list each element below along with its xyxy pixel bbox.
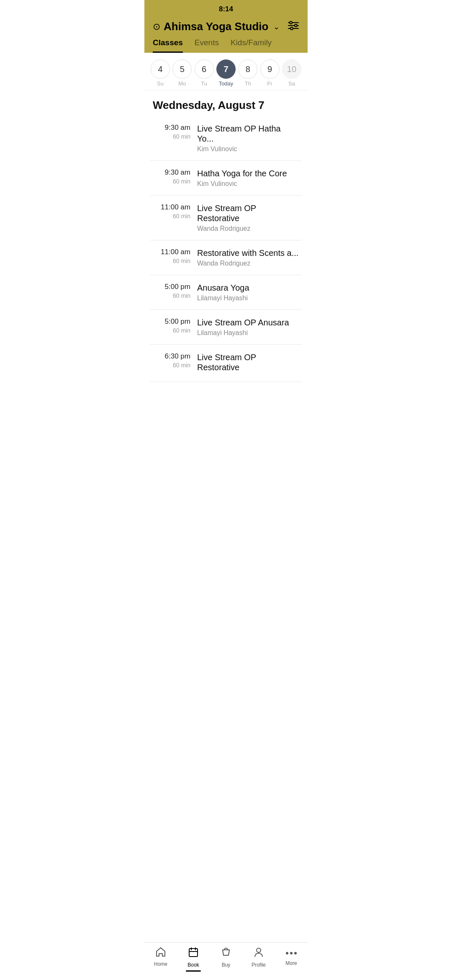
date-label-sun: Su	[157, 80, 164, 87]
date-picker: 4 Su 5 Mo 6 Tu 7 Today 8 Th 9 Fr 10 Sa	[144, 53, 308, 90]
date-item-mon[interactable]: 5 Mo	[172, 59, 192, 87]
date-number-8: 8	[238, 59, 257, 79]
class-info: Hatha Yoga for the Core Kim Vulinovic	[197, 168, 299, 188]
status-bar: 8:14	[144, 0, 308, 17]
date-item-today[interactable]: 7 Today	[216, 59, 236, 87]
date-label-today: Today	[219, 80, 234, 87]
class-time: 11:00 am 60 min	[153, 248, 190, 264]
date-number-4: 4	[151, 59, 170, 79]
tab-events[interactable]: Events	[195, 38, 219, 53]
location-icon: ⊙	[153, 21, 160, 32]
header-left[interactable]: ⊙ Ahimsa Yoga Studio ⌄	[153, 20, 280, 33]
class-info: Anusara Yoga Lilamayi Hayashi	[197, 283, 299, 302]
class-item[interactable]: 5:00 pm 60 min Live Stream OP Anusara Li…	[150, 310, 302, 345]
class-list: 9:30 am 60 min Live Stream OP Hatha Yo..…	[144, 116, 308, 382]
tab-classes[interactable]: Classes	[153, 38, 183, 53]
section-date: Wednesday, August 7	[144, 90, 308, 116]
class-time: 5:00 pm 60 min	[153, 283, 190, 299]
date-item-sat[interactable]: 10 Sa	[282, 59, 302, 87]
date-number-5: 5	[172, 59, 192, 79]
main-content: 4 Su 5 Mo 6 Tu 7 Today 8 Th 9 Fr 10 Sa W…	[144, 53, 308, 415]
class-info: Live Stream OP Anusara Lilamayi Hayashi	[197, 317, 299, 337]
class-time: 5:00 pm 60 min	[153, 317, 190, 334]
status-time: 8:14	[219, 5, 233, 13]
class-info: Live Stream OP Hatha Yo... Kim Vulinovic	[197, 124, 299, 153]
class-item[interactable]: 9:30 am 60 min Hatha Yoga for the Core K…	[150, 161, 302, 196]
class-info: Live Stream OP Restorative	[197, 352, 299, 374]
filter-icon[interactable]	[288, 21, 299, 33]
date-label-mon: Mo	[178, 80, 186, 87]
date-label-thu: Th	[245, 80, 251, 87]
class-item[interactable]: 11:00 am 60 min Live Stream OP Restorati…	[150, 196, 302, 240]
header: ⊙ Ahimsa Yoga Studio ⌄	[144, 17, 308, 33]
nav-tabs: Classes Events Kids/Family	[144, 33, 308, 53]
date-item-sun[interactable]: 4 Su	[150, 59, 170, 87]
svg-point-5	[290, 27, 293, 30]
class-time: 11:00 am 60 min	[153, 203, 190, 219]
date-number-10: 10	[282, 59, 301, 79]
date-item-thu[interactable]: 8 Th	[238, 59, 258, 87]
class-time: 6:30 pm 60 min	[153, 352, 190, 369]
class-time: 9:30 am 60 min	[153, 168, 190, 185]
svg-point-3	[290, 21, 292, 24]
date-number-7: 7	[216, 59, 236, 79]
svg-point-4	[295, 24, 297, 27]
class-item[interactable]: 5:00 pm 60 min Anusara Yoga Lilamayi Hay…	[150, 275, 302, 310]
class-item[interactable]: 9:30 am 60 min Live Stream OP Hatha Yo..…	[150, 116, 302, 161]
date-label-sat: Sa	[288, 80, 295, 87]
date-number-6: 6	[195, 59, 214, 79]
studio-name: Ahimsa Yoga Studio	[164, 20, 268, 33]
class-item[interactable]: 11:00 am 60 min Restorative with Scents …	[150, 240, 302, 275]
date-number-9: 9	[260, 59, 280, 79]
date-item-tue[interactable]: 6 Tu	[194, 59, 214, 87]
date-item-fri[interactable]: 9 Fr	[260, 59, 280, 87]
class-item[interactable]: 6:30 pm 60 min Live Stream OP Restorativ…	[150, 345, 302, 382]
class-time: 9:30 am 60 min	[153, 124, 190, 140]
chevron-down-icon: ⌄	[273, 22, 280, 31]
date-label-fri: Fr	[267, 80, 272, 87]
date-label-tue: Tu	[201, 80, 207, 87]
class-info: Restorative with Scents a... Wanda Rodri…	[197, 248, 299, 267]
class-info: Live Stream OP Restorative Wanda Rodrigu…	[197, 203, 299, 232]
tab-kids-family[interactable]: Kids/Family	[231, 38, 272, 53]
